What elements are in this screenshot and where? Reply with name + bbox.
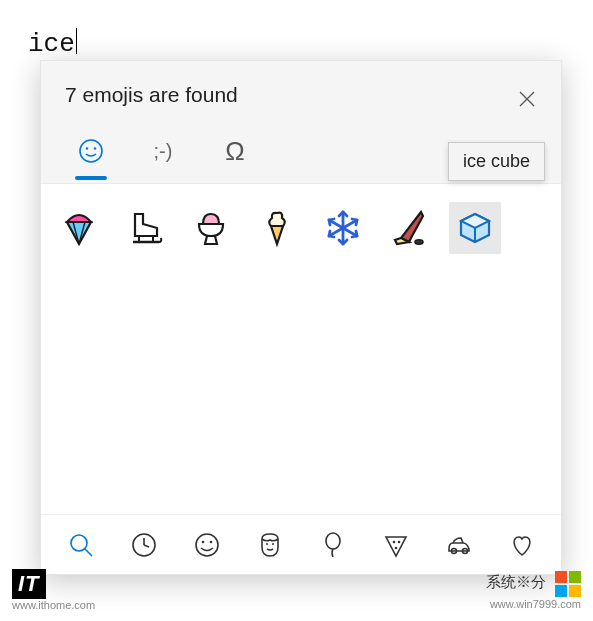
emoji-results: ice cube: [41, 184, 561, 272]
emoji-ice-cream-bowl[interactable]: [185, 202, 237, 254]
text-caret: [76, 28, 77, 54]
typed-text: ice: [28, 29, 75, 59]
svg-point-13: [415, 240, 423, 244]
emoji-snowflake[interactable]: [317, 202, 369, 254]
omega-icon: Ω: [225, 136, 244, 167]
svg-line-19: [144, 545, 149, 547]
category-bar: [41, 514, 561, 574]
category-transport[interactable]: [439, 525, 479, 565]
svg-point-25: [326, 533, 340, 549]
ice-cube-icon: [455, 208, 495, 248]
category-recent[interactable]: [124, 525, 164, 565]
close-button[interactable]: [509, 81, 545, 117]
svg-point-15: [71, 535, 87, 551]
person-icon: [256, 531, 284, 559]
emoji-ice-hockey[interactable]: [383, 202, 435, 254]
category-hearts[interactable]: [502, 525, 542, 565]
clock-icon: [130, 531, 158, 559]
snowflake-icon: [323, 208, 363, 248]
emoji-ice-skate[interactable]: [119, 202, 171, 254]
svg-point-26: [392, 540, 395, 543]
svg-point-22: [209, 540, 212, 543]
emoji-shaved-ice[interactable]: [53, 202, 105, 254]
category-people[interactable]: [250, 525, 290, 565]
svg-point-3: [86, 147, 88, 149]
svg-point-24: [272, 543, 274, 545]
watermark-left-logo: IT: [12, 569, 46, 599]
emoji-face-icon: [78, 138, 104, 164]
category-search[interactable]: [61, 525, 101, 565]
emoji-picker-panel: 7 emojis are found ;-) Ω ice cube: [40, 60, 562, 575]
pizza-icon: [382, 531, 410, 559]
car-icon: [445, 531, 473, 559]
watermark-right-url: www.win7999.com: [490, 598, 581, 610]
svg-point-28: [394, 546, 397, 549]
heart-icon: [508, 531, 536, 559]
svg-point-2: [80, 140, 102, 162]
emoji-ice-cube[interactable]: [449, 202, 501, 254]
results-count-label: 7 emojis are found: [65, 83, 537, 107]
svg-point-21: [201, 540, 204, 543]
category-food[interactable]: [376, 525, 416, 565]
kaomoji-icon: ;-): [154, 140, 173, 163]
tab-symbols[interactable]: Ω: [215, 131, 255, 171]
svg-point-20: [196, 534, 218, 556]
tab-emoji[interactable]: [71, 131, 111, 171]
emoji-tooltip: ice cube: [448, 142, 545, 181]
category-smileys[interactable]: [187, 525, 227, 565]
ice-skate-icon: [125, 208, 165, 248]
search-icon: [67, 531, 95, 559]
watermark-left: IT www.ithome.com: [12, 569, 95, 611]
watermark-right: 系统※分 www.win7999.com: [486, 571, 581, 611]
watermark-right-text: 系统※分: [486, 573, 546, 590]
text-input-area[interactable]: ice: [28, 28, 77, 59]
tab-kaomoji[interactable]: ;-): [143, 131, 183, 171]
close-icon: [518, 90, 536, 108]
shaved-ice-icon: [59, 208, 99, 248]
ice-hockey-icon: [389, 208, 429, 248]
svg-point-23: [266, 543, 268, 545]
windows-logo-icon: [555, 571, 581, 597]
emoji-soft-ice-cream[interactable]: [251, 202, 303, 254]
svg-point-27: [397, 540, 400, 543]
smiley-icon: [193, 531, 221, 559]
category-celebration[interactable]: [313, 525, 353, 565]
soft-ice-cream-icon: [257, 208, 297, 248]
ice-cream-bowl-icon: [191, 208, 231, 248]
svg-line-16: [85, 549, 92, 556]
svg-point-4: [94, 147, 96, 149]
watermark-left-url: www.ithome.com: [12, 599, 95, 611]
balloon-icon: [319, 531, 347, 559]
